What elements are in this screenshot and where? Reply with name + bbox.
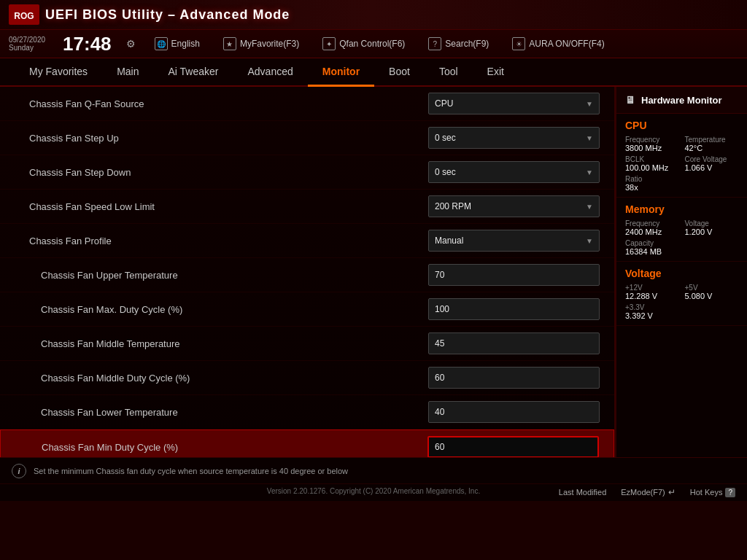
chassis-fan-step-up-dropdown[interactable]: 0 sec ▼	[428, 127, 600, 149]
table-row: Chassis Fan Q-Fan Source CPU ▼	[0, 87, 614, 121]
dropdown-value: CPU	[435, 98, 586, 109]
cpu-ratio-value: 38x	[625, 183, 738, 192]
hardware-monitor-title: 🖥 Hardware Monitor	[616, 87, 747, 114]
title-bar: ROG UEFI BIOS Utility – Advanced Mode	[0, 0, 747, 30]
table-row: Chassis Fan Profile Manual ▼	[0, 224, 614, 258]
chassis-fan-speed-low-limit-dropdown[interactable]: 200 RPM ▼	[428, 195, 600, 217]
language-selector[interactable]: 🌐 English	[150, 36, 204, 52]
content-area: Chassis Fan Q-Fan Source CPU ▼ Chassis F…	[0, 87, 747, 501]
chassis-fan-step-down-dropdown[interactable]: 0 sec ▼	[428, 161, 600, 183]
myfavorite-button[interactable]: ★ MyFavorite(F3)	[219, 36, 303, 52]
v5-value: 5.080 V	[685, 292, 739, 300]
input-value: 60	[435, 442, 444, 452]
nav-ai-tweaker[interactable]: Ai Tweaker	[153, 58, 233, 87]
monitor-icon: 🖥	[625, 94, 635, 106]
language-label: English	[171, 39, 200, 49]
table-row: Chassis Fan Speed Low Limit 200 RPM ▼	[0, 190, 614, 224]
hardware-monitor-panel: 🖥 Hardware Monitor CPU Frequency 3800 MH…	[616, 87, 747, 501]
cpu-temperature-label: Temperature	[685, 136, 739, 144]
table-row: Chassis Fan Step Down 0 sec ▼	[0, 155, 614, 190]
gear-icon[interactable]: ⚙	[126, 38, 136, 50]
chassis-fan-max-duty-input[interactable]: 100	[428, 298, 600, 320]
mem-frequency-value: 2400 MHz	[625, 228, 679, 236]
setting-label: Chassis Fan Min Duty Cycle (%)	[30, 442, 427, 453]
chassis-fan-middle-duty-input[interactable]: 60	[428, 367, 600, 389]
cpu-section: CPU Frequency 3800 MHz Temperature 42°C …	[616, 114, 747, 198]
cpu-ratio-label: Ratio	[625, 175, 738, 183]
aura-button[interactable]: ☀ AURA ON/OFF(F4)	[508, 36, 608, 52]
search-label: Search(F9)	[445, 39, 489, 49]
mem-voltage-value: 1.200 V	[685, 228, 739, 236]
chevron-down-icon: ▼	[586, 237, 593, 245]
v33-row: +3.3V 3.392 V	[625, 303, 738, 320]
memory-grid: Frequency 2400 MHz Voltage 1.200 V	[625, 219, 738, 236]
cpu-bclk-value: 100.00 MHz	[625, 163, 679, 172]
setting-label: Chassis Fan Lower Temperature	[29, 407, 428, 418]
qfan-button[interactable]: ✦ Qfan Control(F6)	[318, 36, 409, 52]
hot-keys-button[interactable]: Hot Keys ?	[690, 488, 735, 497]
setting-label: Chassis Fan Step Up	[29, 133, 428, 144]
search-button[interactable]: ? Search(F9)	[424, 36, 493, 52]
table-row: Chassis Fan Upper Temperature 70	[0, 258, 614, 292]
toolbar: 09/27/2020 Sunday 17:48 ⚙ 🌐 English ★ My…	[0, 30, 747, 58]
mem-capacity-value: 16384 MB	[625, 247, 738, 256]
core-voltage-col: Core Voltage 1.066 V	[685, 155, 739, 172]
chassis-fan-lower-temp-input[interactable]: 40	[428, 401, 600, 423]
globe-icon: 🌐	[155, 37, 168, 50]
cpu-section-title: CPU	[625, 120, 738, 131]
nav-my-favorites[interactable]: My Favorites	[15, 58, 102, 87]
cpu-bclk-label: BCLK	[625, 155, 679, 163]
chevron-down-icon: ▼	[586, 100, 593, 108]
setting-label: Chassis Fan Middle Duty Cycle (%)	[29, 373, 428, 384]
datetime: 09/27/2020 Sunday	[9, 36, 45, 52]
nav-bar: My Favorites Main Ai Tweaker Advanced Mo…	[0, 58, 747, 87]
info-icon: i	[12, 464, 26, 478]
aura-icon: ☀	[512, 37, 525, 50]
chassis-fan-upper-temp-input[interactable]: 70	[428, 264, 600, 286]
setting-label: Chassis Fan Step Down	[29, 167, 428, 178]
info-bar: i Set the minimum Chassis fan duty cycle…	[0, 458, 747, 484]
bottom-nav: Version 2.20.1276. Copyright (C) 2020 Am…	[0, 484, 747, 500]
ratio-row: Ratio 38x	[625, 175, 738, 192]
voltage-grid: +12V 12.288 V +5V 5.080 V	[625, 284, 738, 300]
chassis-fan-qfan-source-dropdown[interactable]: CPU ▼	[428, 93, 600, 114]
v12-label: +12V	[625, 284, 679, 292]
version-text: Version 2.20.1276. Copyright (C) 2020 Am…	[267, 487, 480, 495]
nav-tool[interactable]: Tool	[425, 58, 473, 87]
capacity-row: Capacity 16384 MB	[625, 239, 738, 256]
hot-keys-label: Hot Keys	[690, 488, 723, 497]
input-value: 45	[435, 338, 444, 349]
chassis-fan-middle-temp-input[interactable]: 45	[428, 332, 600, 354]
cpu-temperature-value: 42°C	[685, 144, 739, 152]
mem-capacity-label: Capacity	[625, 239, 738, 247]
myfavorite-label: MyFavorite(F3)	[240, 39, 299, 49]
mem-voltage-col: Voltage 1.200 V	[685, 219, 739, 236]
table-row: Chassis Fan Middle Temperature 45	[0, 327, 614, 361]
setting-label: Chassis Fan Q-Fan Source	[29, 98, 428, 109]
setting-label: Chassis Fan Max. Duty Cycle (%)	[29, 304, 428, 315]
input-value: 70	[435, 270, 444, 280]
nav-exit[interactable]: Exit	[473, 58, 519, 87]
search-icon: ?	[428, 37, 441, 50]
voltage-section-title: Voltage	[625, 268, 738, 279]
nav-boot[interactable]: Boot	[374, 58, 425, 87]
chassis-fan-profile-dropdown[interactable]: Manual ▼	[428, 230, 600, 252]
nav-advanced[interactable]: Advanced	[233, 58, 307, 87]
last-modified-button[interactable]: Last Modified	[559, 488, 606, 497]
v12-col: +12V 12.288 V	[625, 284, 679, 300]
info-text: Set the minimum Chassis fan duty cycle w…	[34, 467, 348, 475]
dropdown-value: 0 sec	[435, 133, 586, 143]
nav-monitor[interactable]: Monitor	[308, 58, 374, 87]
setting-label: Chassis Fan Upper Temperature	[29, 270, 428, 281]
v33-value: 3.392 V	[625, 311, 738, 320]
voltage-section: Voltage +12V 12.288 V +5V 5.080 V +3.3V …	[616, 262, 747, 326]
time-display: 17:48	[63, 34, 112, 53]
ez-mode-label: EzMode(F7)	[621, 488, 665, 497]
status-bar: i Set the minimum Chassis fan duty cycle…	[0, 457, 747, 501]
app-title: UEFI BIOS Utility – Advanced Mode	[45, 7, 290, 23]
nav-main[interactable]: Main	[102, 58, 153, 87]
chassis-fan-min-duty-input[interactable]: 60	[427, 436, 599, 458]
ez-mode-button[interactable]: EzMode(F7) ↵	[621, 487, 676, 497]
question-icon: ?	[725, 488, 735, 497]
setting-label: Chassis Fan Profile	[29, 236, 428, 246]
